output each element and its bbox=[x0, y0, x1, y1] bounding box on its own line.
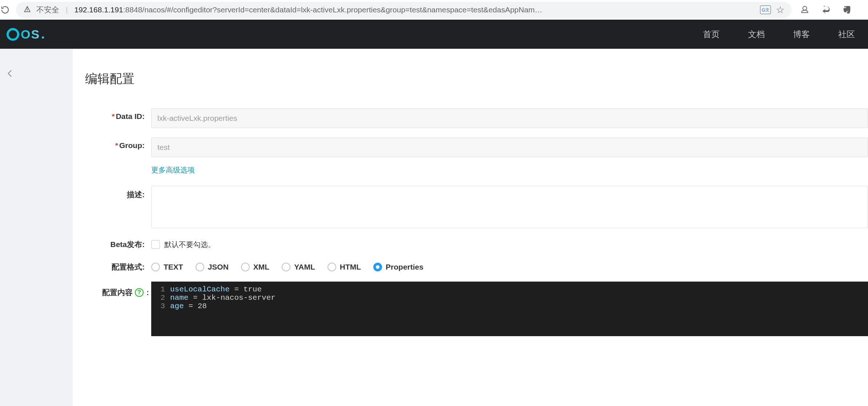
app-header: OS 首页 文档 博客 社区 bbox=[0, 20, 868, 49]
separator: | bbox=[66, 5, 68, 14]
label-desc: 描述: bbox=[85, 186, 151, 200]
radio-label: TEXT bbox=[164, 263, 183, 271]
sidebar-collapse-icon[interactable] bbox=[2, 65, 18, 81]
help-icon[interactable]: ? bbox=[135, 288, 144, 297]
radio-icon bbox=[196, 263, 204, 271]
code-text: useLocalCache = true bbox=[170, 285, 868, 294]
translate-icon[interactable]: G文 bbox=[760, 5, 771, 14]
code-line: 3age = 28 bbox=[151, 302, 868, 310]
row-more: 更多高级选项 bbox=[85, 164, 868, 175]
beta-checkbox[interactable] bbox=[151, 240, 160, 249]
radio-icon bbox=[373, 263, 382, 271]
row-group: *Group: bbox=[85, 138, 868, 157]
radio-icon bbox=[241, 263, 250, 271]
label-data-id: *Data ID: bbox=[85, 108, 151, 121]
code-line: 2name = lxk-nacos-server bbox=[151, 294, 868, 302]
more-advanced-link[interactable]: 更多高级选项 bbox=[151, 165, 195, 175]
logo-text: OS bbox=[21, 27, 40, 41]
extension-icon-1[interactable] bbox=[800, 5, 810, 15]
code-line: 1useLocalCache = true bbox=[151, 285, 868, 294]
url-text: 192.168.1.191:8848/nacos/#/configeditor?… bbox=[74, 5, 755, 14]
row-data-id: *Data ID: bbox=[85, 108, 868, 128]
logo-ring-icon bbox=[7, 28, 19, 41]
label-beta: Beta发布: bbox=[85, 239, 151, 250]
nav-community[interactable]: 社区 bbox=[838, 29, 855, 40]
row-beta: Beta发布: 默认不要勾选。 bbox=[85, 239, 868, 250]
beta-tip: 默认不要勾选。 bbox=[164, 240, 215, 250]
sidebar bbox=[0, 49, 73, 406]
gutter-number: 3 bbox=[151, 302, 170, 310]
insecure-label: 不安全 bbox=[36, 5, 59, 15]
logo[interactable]: OS bbox=[13, 27, 44, 41]
top-nav: 首页 文档 博客 社区 bbox=[703, 29, 855, 40]
format-radio-xml[interactable]: XML bbox=[241, 263, 269, 271]
label-format: 配置格式: bbox=[85, 262, 151, 272]
page-title: 编辑配置 bbox=[85, 71, 868, 87]
radio-label: JSON bbox=[208, 263, 229, 271]
code-text: name = lxk-nacos-server bbox=[170, 294, 868, 302]
radio-label: HTML bbox=[340, 263, 361, 271]
row-format: 配置格式: TEXTJSONXMLYAMLHTMLProperties bbox=[85, 262, 868, 272]
format-radio-properties[interactable]: Properties bbox=[373, 263, 423, 271]
radio-label: XML bbox=[253, 263, 269, 271]
format-radio-text[interactable]: TEXT bbox=[151, 263, 183, 271]
radio-label: YAML bbox=[294, 263, 315, 271]
address-bar[interactable]: 不安全 | 192.168.1.191:8848/nacos/#/confige… bbox=[16, 2, 792, 18]
app-body: 编辑配置 *Data ID: *Group: 更多高级选项 描述: bbox=[0, 49, 868, 406]
label-group: *Group: bbox=[85, 138, 151, 150]
extension-icons bbox=[800, 5, 859, 15]
radio-icon bbox=[282, 263, 290, 271]
refresh-icon[interactable] bbox=[0, 5, 10, 15]
row-desc: 描述: bbox=[85, 186, 868, 230]
logo-dot-icon bbox=[42, 36, 44, 39]
data-id-input[interactable] bbox=[151, 108, 868, 128]
insecure-icon bbox=[23, 5, 31, 15]
format-radio-json[interactable]: JSON bbox=[196, 263, 229, 271]
nav-blog[interactable]: 博客 bbox=[793, 29, 810, 40]
gutter-number: 1 bbox=[151, 285, 170, 294]
format-radio-yaml[interactable]: YAML bbox=[282, 263, 315, 271]
code-editor[interactable]: 1useLocalCache = true2name = lxk-nacos-s… bbox=[151, 282, 868, 336]
nav-home[interactable]: 首页 bbox=[703, 29, 720, 40]
row-content: 配置内容 ? : 1useLocalCache = true2name = lx… bbox=[85, 282, 868, 336]
svg-point-0 bbox=[803, 6, 807, 10]
label-content: 配置内容 ? : bbox=[85, 282, 151, 298]
format-radio-html[interactable]: HTML bbox=[327, 263, 361, 271]
group-input[interactable] bbox=[151, 138, 868, 157]
radio-label: Properties bbox=[386, 263, 423, 271]
bookmark-star-icon[interactable]: ☆ bbox=[776, 4, 784, 16]
evernote-icon[interactable] bbox=[842, 5, 852, 15]
gutter-number: 2 bbox=[151, 294, 170, 302]
nav-docs[interactable]: 文档 bbox=[748, 29, 765, 40]
desc-textarea[interactable] bbox=[151, 186, 868, 228]
radio-icon bbox=[151, 263, 160, 271]
code-text: age = 28 bbox=[170, 302, 868, 310]
main-panel: 编辑配置 *Data ID: *Group: 更多高级选项 描述: bbox=[73, 49, 868, 406]
radio-icon bbox=[327, 263, 336, 271]
browser-chrome: 不安全 | 192.168.1.191:8848/nacos/#/confige… bbox=[0, 0, 868, 20]
extension-icon-2[interactable] bbox=[821, 5, 831, 15]
